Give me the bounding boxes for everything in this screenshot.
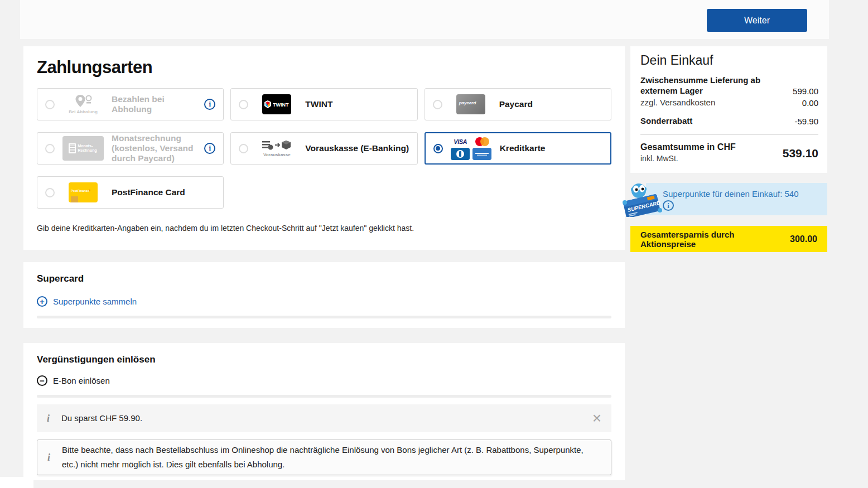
- supercard-section-title: Supercard: [37, 273, 611, 284]
- ebon-toggle[interactable]: − E-Bon einlösen: [37, 375, 611, 386]
- payment-option-paycard[interactable]: paycard Paycard: [425, 88, 611, 120]
- total-savings-banner: Gesamtersparnis durch Aktionspreise 300.…: [630, 226, 827, 252]
- total-amount: 539.10: [783, 147, 818, 160]
- prepayment-icon: Vorauskasse: [255, 139, 298, 157]
- summary-row-shipping: zzgl. Versandkosten 0.00: [640, 97, 818, 108]
- collect-superpoints-link[interactable]: + Superpunkte sammeln: [37, 296, 611, 307]
- paycard-card-icon: paycard: [450, 94, 492, 114]
- diners-logo-icon: [451, 148, 470, 160]
- info-italic-icon: i: [47, 413, 52, 424]
- svg-text:TWINT: TWINT: [273, 102, 289, 108]
- info-italic-icon: i: [47, 452, 53, 463]
- benefits-panel: Vergünstigungen einlösen − E-Bon einlöse…: [23, 343, 625, 480]
- payment-option-pickup[interactable]: Bei Abholung Bezahlen bei Abholung i: [37, 88, 224, 120]
- bon-policy-notice-box: i Bitte beachte, dass nach Bestellabschl…: [37, 439, 611, 475]
- payment-options-grid: Bei Abholung Bezahlen bei Abholung i TWI…: [37, 88, 611, 209]
- radio-creditcard[interactable]: [433, 144, 443, 153]
- close-icon[interactable]: ×: [592, 413, 601, 424]
- bottom-left-widget-fragment: [0, 477, 33, 488]
- radio-paycard[interactable]: [433, 100, 442, 109]
- payment-option-creditcard[interactable]: VISA Kre: [425, 132, 611, 165]
- payment-option-monthly-invoice[interactable]: Monats-Rechnung Monatsrechnung (kostenlo…: [37, 132, 224, 165]
- summary-row-subtotal: Zwischensumme Lieferung ab externem Lage…: [640, 75, 818, 96]
- summary-divider: [640, 134, 818, 135]
- payment-option-twint[interactable]: TWINT TWINT: [230, 88, 417, 120]
- twint-logo-icon: TWINT: [255, 94, 298, 114]
- postfinance-card-icon: PostFinance˟: [62, 182, 104, 202]
- radio-postfinance[interactable]: [45, 188, 55, 197]
- page-title: Zahlungsarten: [37, 57, 611, 78]
- visa-logo-icon: VISA: [454, 138, 467, 145]
- minus-circle-icon: −: [37, 375, 47, 386]
- pickup-pin-icon: Bei Abholung: [62, 94, 104, 114]
- section-divider: [37, 316, 611, 318]
- supercard-mascot-icon: SUPERCARD: [621, 182, 663, 217]
- monthly-invoice-info-icon[interactable]: i: [204, 143, 215, 154]
- payment-option-postfinance[interactable]: PostFinance˟ PostFinance Card: [37, 176, 224, 209]
- creditcard-note: Gib deine Kreditkarten-Angaben ein, nach…: [37, 224, 611, 233]
- supercard-panel: Supercard + Superpunkte sammeln: [23, 262, 625, 328]
- mastercard-logo-icon: [474, 137, 490, 147]
- plus-circle-icon: +: [37, 296, 47, 307]
- payment-option-prepayment[interactable]: Vorauskasse Vorauskasse (E-Banking): [230, 132, 417, 165]
- order-summary-panel: Dein Einkauf Zwischensumme Lieferung ab …: [630, 46, 827, 173]
- amex-logo-icon: [472, 148, 491, 160]
- benefits-section-title: Vergünstigungen einlösen: [37, 354, 611, 365]
- superpoints-info-icon[interactable]: i: [663, 200, 674, 211]
- summary-row-discount: Sonderrabatt -59.90: [640, 115, 818, 126]
- pickup-info-icon[interactable]: i: [204, 99, 215, 110]
- radio-pickup[interactable]: [45, 100, 55, 109]
- payment-methods-panel: Zahlungsarten Bei Abholung Bezahlen bei …: [23, 46, 625, 250]
- radio-twint[interactable]: [239, 100, 248, 109]
- order-summary-title: Dein Einkauf: [640, 53, 818, 68]
- section-divider: [37, 395, 611, 398]
- monthly-invoice-icon: Monats-Rechnung: [62, 136, 104, 161]
- radio-prepayment[interactable]: [239, 144, 248, 153]
- saving-notice-box: i Du sparst CHF 59.90. ×: [37, 404, 611, 432]
- radio-monthly-invoice[interactable]: [45, 144, 55, 153]
- summary-total-row: Gesamtsumme in CHF inkl. MwSt. 539.10: [640, 142, 818, 163]
- superpoints-banner: Superpunkte für deinen Einkauf: 540 i: [646, 183, 827, 215]
- creditcard-brands-icon: VISA: [450, 137, 493, 160]
- continue-button[interactable]: Weiter: [707, 9, 807, 32]
